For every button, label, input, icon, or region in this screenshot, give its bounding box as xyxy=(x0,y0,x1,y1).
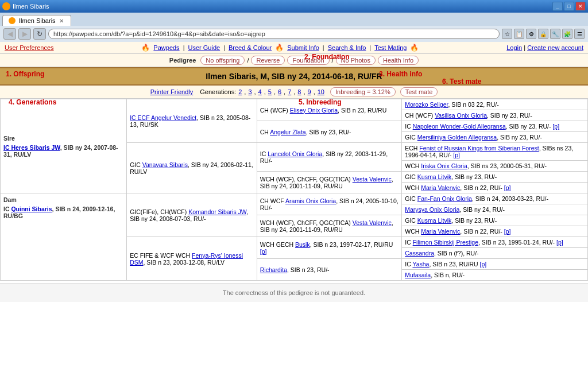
url-input[interactable] xyxy=(48,29,500,39)
richardita-link[interactable]: Richardita xyxy=(260,266,287,273)
fenist-link[interactable]: Fenist of Russian Kings from Siberian Fo… xyxy=(419,145,539,152)
submit-info-link[interactable]: Submit Info xyxy=(287,44,319,51)
gen-8-link[interactable]: 8 xyxy=(297,88,301,95)
sire-link[interactable]: IC Heres Sibaris JW xyxy=(3,144,60,151)
security-icon[interactable]: 🔒 xyxy=(538,29,548,39)
foundation-button[interactable]: Foundation xyxy=(287,56,329,65)
search-info-link[interactable]: Search & Info xyxy=(328,44,366,51)
dam-link[interactable]: Quinni Sibaris xyxy=(11,206,52,212)
napoleon-link[interactable]: Napoleon Wonder-Gold Allegransa xyxy=(413,123,506,130)
minimize-button[interactable]: _ xyxy=(552,2,563,11)
test-mating-link[interactable]: Test Mating xyxy=(374,44,407,51)
close-button[interactable]: ✕ xyxy=(575,2,586,11)
gen-9-link[interactable]: 9 xyxy=(308,88,311,95)
gen-2-link[interactable]: 2 xyxy=(238,88,242,95)
refresh-button[interactable]: ↻ xyxy=(33,28,46,40)
busik-link[interactable]: Busik xyxy=(295,241,310,248)
angelur-zlata-link[interactable]: Angelur Zlata xyxy=(270,129,305,135)
create-account-link[interactable]: Create new account xyxy=(527,44,583,51)
maria-2-link[interactable]: Maria Valenvic xyxy=(421,228,460,235)
window-favicon xyxy=(2,2,10,10)
tools-icon[interactable]: 🔧 xyxy=(550,29,560,39)
window-titlebar: Ilmen Sibaris _ □ ✕ xyxy=(0,0,588,13)
flame-icon-right: 🔥 xyxy=(410,44,419,52)
iriska-link[interactable]: Iriska Onix Gloria xyxy=(421,162,467,169)
aramis-link[interactable]: Aramis Onix Gloria xyxy=(285,197,336,204)
vesta-1-link[interactable]: Vesta Valenvic xyxy=(353,176,392,183)
extensions-icon[interactable]: 📋 xyxy=(514,29,524,39)
generations-label: Generations: xyxy=(200,88,236,95)
pawpeds-link[interactable]: Pawpeds xyxy=(153,44,179,51)
flame-icon-mid: 🔥 xyxy=(275,44,284,52)
login-link[interactable]: Login xyxy=(506,44,522,51)
table-row: Sire IC Heres Sibaris JW, SIB ny 24, 200… xyxy=(1,99,588,110)
gen-3-link[interactable]: 3 xyxy=(248,88,252,95)
user-preferences-link[interactable]: User Preferences xyxy=(5,44,54,51)
browser-tab[interactable]: Ilmen Sibaris ✕ xyxy=(2,15,71,26)
health-info-button[interactable]: Health Info xyxy=(378,56,419,65)
gen-6-link[interactable]: 6 xyxy=(278,88,281,95)
inbreeding-display: Inbreeding = 3.12% xyxy=(330,87,396,96)
breed-colour-link[interactable]: Breed & Colour xyxy=(229,44,272,51)
back-button[interactable]: ◀ xyxy=(3,28,16,40)
secondary-nav-container: Pedigree No offspring / Reverse Foundati… xyxy=(0,54,588,67)
no-offspring-button[interactable]: No offspring xyxy=(200,56,245,65)
morozko-link[interactable]: Morozko Seliger xyxy=(405,101,448,108)
venedict-link[interactable]: IC ECF Angelur Venedict xyxy=(130,114,196,121)
maria-2-p-link[interactable]: [p] xyxy=(504,228,511,235)
gen4-cell-9: GIC Fan-Fan Onix Gloria, SIB n 24, 2003-… xyxy=(402,193,588,204)
secondary-navbar: Pedigree No offspring / Reverse Foundati… xyxy=(0,54,588,67)
gen4-cell-3: IC Napoleon Wonder-Gold Allegransa, SIB … xyxy=(402,121,588,132)
gen-10-link[interactable]: 10 xyxy=(318,88,324,95)
gen2-cell-2: GIC Vanavara Sibaris, SIB ny 24, 2006-02… xyxy=(127,143,257,193)
gen3-cell-1: CH (WCF) Elisey Onix Gloria, SIB n 23, R… xyxy=(257,99,402,121)
napoleon-p-link[interactable]: [p] xyxy=(552,123,559,130)
forward-button[interactable]: ▶ xyxy=(18,28,31,40)
marysya-link[interactable]: Marysya Onix Gloria xyxy=(405,206,459,213)
vesta-2-link[interactable]: Vesta Valenvic xyxy=(353,219,392,226)
addon-icon[interactable]: 🧩 xyxy=(562,29,572,39)
test-mate-button[interactable]: Test mate xyxy=(400,87,438,96)
elisey-link[interactable]: Elisey Onix Gloria xyxy=(290,107,338,114)
gen4-cell-2: CH (WCF) Vasilisa Onix Gloria, SIB ny 23… xyxy=(402,110,588,121)
filimon-link[interactable]: Filimon Sibirskij Prestige xyxy=(413,239,478,246)
settings-icon[interactable]: ⚙ xyxy=(526,29,536,39)
footer-text: The correctness of this pedigree is not … xyxy=(223,289,365,296)
fan-fan-link[interactable]: Fan-Fan Onix Gloria xyxy=(417,195,472,202)
printer-friendly-link[interactable]: Printer Friendly xyxy=(150,88,194,95)
komandor-link[interactable]: Komandor Sibaris JW xyxy=(188,208,246,215)
maria-1-p-link[interactable]: [p] xyxy=(504,184,511,191)
maria-1-link[interactable]: Maria Valenvic xyxy=(421,184,460,191)
gen-5-link[interactable]: 5 xyxy=(268,88,272,95)
no-photos-button[interactable]: No Photos xyxy=(336,56,376,65)
lancelot-link[interactable]: Lancelot Onix Gloria xyxy=(268,150,322,157)
gen-7-link[interactable]: 7 xyxy=(288,88,291,95)
window-controls[interactable]: _ □ ✕ xyxy=(552,2,586,11)
kusma-1-link[interactable]: Kusma Litvik xyxy=(417,173,452,180)
gen4-cell-15: IC Yasha, SIB n 23, RU/RU [p] xyxy=(402,259,588,270)
gen4-cell-5: ECH Fenist of Russian Kings from Siberia… xyxy=(402,143,588,161)
maximize-button[interactable]: □ xyxy=(564,2,574,11)
fenist-p-link[interactable]: [p] xyxy=(453,152,460,158)
user-guide-link[interactable]: User Guide xyxy=(188,44,220,51)
cassandra-link[interactable]: Cassandra xyxy=(405,250,434,257)
menu-icon[interactable]: ☰ xyxy=(574,29,585,39)
filimon-p-link[interactable]: [p] xyxy=(556,239,563,246)
yasha-p-link[interactable]: [p] xyxy=(480,261,487,268)
kusma-2-link[interactable]: Kusma Litvik xyxy=(417,217,452,224)
dam-cell: Dam IC Quinni Sibaris, SIB n 24, 2009-12… xyxy=(1,193,127,281)
tab-close-button[interactable]: ✕ xyxy=(59,18,64,24)
gen-4-link[interactable]: 4 xyxy=(258,88,262,95)
fenya-link[interactable]: Fenya-Rys' Ionessi DSM xyxy=(130,252,243,266)
mufasaila-link[interactable]: Mufasaila xyxy=(405,272,431,278)
reverse-button[interactable]: Reverse xyxy=(251,56,285,65)
mersiliniya-link[interactable]: Mersiliniya Golden Allegransa xyxy=(417,134,497,141)
vanavara-link[interactable]: Vanavara Sibaris xyxy=(142,161,188,168)
vasilisa-link[interactable]: Vasilisa Onix Gloria xyxy=(435,112,487,119)
yasha-link[interactable]: Yasha xyxy=(412,261,429,268)
busik-p-link[interactable]: [p] xyxy=(260,248,267,255)
gen4-cell-16: Mufasaila, SIB n, RU/- xyxy=(402,270,588,281)
bookmark-icon[interactable]: ☆ xyxy=(502,29,512,39)
pedigree-title-bar: Ilmen Sibaris, M, SIB ny 24, 2014-06-18,… xyxy=(0,67,588,86)
gen3-cell-4: WCH (WCF), ChCFF, QGC(TICA) Vesta Valenv… xyxy=(257,172,402,193)
